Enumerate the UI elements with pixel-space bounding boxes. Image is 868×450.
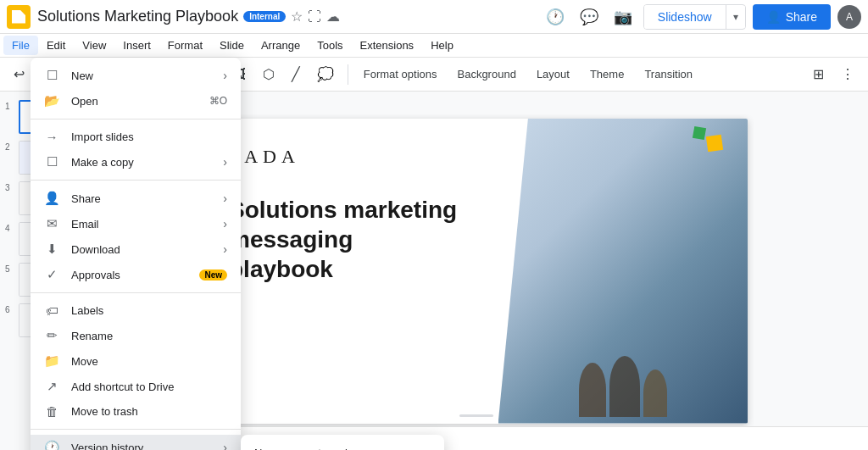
name-version-label: Name current version [254,447,431,450]
trash-label: Move to trash [71,405,227,418]
open-shortcut: ⌘O [209,95,227,107]
history-icon[interactable]: 🕐 [542,3,569,31]
open-label: Open [71,95,198,108]
menu-version-history[interactable]: 🕐 Version history › Name current version… [31,435,241,450]
rename-label: Rename [71,330,227,342]
folder-icon[interactable]: ⛶ [308,9,321,25]
move-label: Move [71,355,227,368]
copy-label: Make a copy [71,156,211,169]
slideshow-btn-group: Slideshow ▾ [643,4,746,30]
menu-edit[interactable]: Edit [38,36,74,55]
menu-trash[interactable]: 🗑 Move to trash [31,399,241,424]
slide-content: SADA Solutions marketing messaging playb… [205,119,748,424]
headline-line3: playbook [229,256,333,282]
new-icon: ☐ [44,68,59,83]
labels-label: Labels [71,304,227,317]
menu-open[interactable]: 📂 Open ⌘O [31,88,241,114]
approvals-badge: New [199,269,227,281]
share-arrow: › [223,192,227,205]
shortcut-label: Add shortcut to Drive [71,381,227,393]
slide-num-4: 4 [5,222,15,233]
menu-help[interactable]: Help [422,36,462,55]
slide-headline: Solutions marketing messaging playbook [229,195,496,284]
menu-view[interactable]: View [74,36,114,55]
name-version-item[interactable]: Name current version [241,440,444,450]
open-icon: 📂 [44,93,59,108]
menu-bar: File Edit View Insert Format Slide Arran… [0,34,868,58]
menu-move[interactable]: 📁 Move [31,348,241,374]
layout-btn[interactable]: Layout [528,64,578,84]
download-icon: ⬇ [44,242,59,257]
background-btn[interactable]: Background [448,64,524,84]
menu-arrange[interactable]: Arrange [253,36,309,55]
toolbar-grid[interactable]: ⊞ [806,63,831,86]
version-history-arrow: › [223,441,227,450]
toolbar-undo[interactable]: ↩ [7,63,31,86]
internal-badge: Internal [243,11,286,22]
menu-copy[interactable]: ☐ Make a copy › [31,149,241,175]
user-avatar[interactable]: A [837,5,861,29]
cloud-icon[interactable]: ☁ [326,8,340,25]
slide-right-panel [498,119,748,424]
menu-download[interactable]: ⬇ Download › [31,236,241,262]
trash-icon: 🗑 [44,404,59,419]
menu-shortcut[interactable]: ↗ Add shortcut to Drive [31,374,241,399]
share-icon: 👤 [766,10,781,24]
meet-icon[interactable]: 📷 [609,3,637,31]
approvals-label: Approvals [71,269,187,281]
toolbar-shape[interactable]: ⬡ [256,63,281,86]
divider-2 [31,180,241,181]
copy-arrow: › [223,155,227,169]
file-dropdown: ☐ New › 📂 Open ⌘O → Import slides ☐ Make… [31,58,241,450]
toolbar-line[interactable]: ╱ [285,63,307,86]
headline-line1: Solutions marketing [229,197,457,223]
email-arrow: › [223,217,227,231]
menu-rename[interactable]: ✏ Rename [31,323,241,348]
slide-num-1: 1 [5,100,15,111]
slide-num-2: 2 [5,141,15,152]
menu-file[interactable]: File [3,36,38,55]
menu-share[interactable]: 👤 Share › [31,186,241,211]
menu-labels[interactable]: 🏷 Labels [31,298,241,323]
doc-title-area: Solutions Marketing Playbook Internal ☆ … [37,8,535,25]
shortcut-icon: ↗ [44,379,59,394]
format-options-btn[interactable]: Format options [355,64,446,84]
copy-icon: ☐ [44,154,59,169]
menu-new[interactable]: ☐ New › [31,63,241,88]
approvals-icon: ✓ [44,267,59,282]
toolbar-more[interactable]: ⋮ [834,63,861,86]
theme-btn[interactable]: Theme [581,64,632,84]
version-history-icon: 🕐 [44,440,59,450]
divider-1 [31,119,241,119]
share-button[interactable]: 👤 Share [753,4,831,30]
email-label: Email [71,218,211,231]
doc-title: Solutions Marketing Playbook [37,8,238,25]
star-icon[interactable]: ☆ [291,8,303,25]
import-icon: → [44,130,59,144]
menu-extensions[interactable]: Extensions [352,36,423,55]
top-bar: Solutions Marketing Playbook Internal ☆ … [0,0,868,34]
headline-line2: messaging [229,226,353,253]
labels-icon: 🏷 [44,303,59,318]
slide-left-panel: SADA Solutions marketing messaging playb… [205,119,520,424]
menu-tools[interactable]: Tools [309,36,351,55]
comments-icon[interactable]: 💬 [576,3,603,31]
transition-btn[interactable]: Transition [636,64,701,84]
menu-format[interactable]: Format [159,36,211,55]
menu-email[interactable]: ✉ Email › [31,211,241,236]
menu-slide[interactable]: Slide [211,36,253,55]
slideshow-button[interactable]: Slideshow [644,5,726,29]
slideshow-caret[interactable]: ▾ [726,6,745,28]
divider-4 [31,429,241,430]
slide-num-3: 3 [5,181,15,192]
menu-import[interactable]: → Import slides [31,125,241,149]
slide-num-6: 6 [5,303,15,314]
version-history-label: Version history [71,442,211,451]
title-icons: ☆ ⛶ ☁ [291,8,340,25]
toolbar-comment[interactable]: 💭 [310,63,341,86]
new-label: New [71,69,211,82]
download-label: Download [71,243,211,256]
menu-approvals[interactable]: ✓ Approvals New [31,262,241,287]
slide-num-5: 5 [5,263,15,274]
menu-insert[interactable]: Insert [114,36,159,55]
